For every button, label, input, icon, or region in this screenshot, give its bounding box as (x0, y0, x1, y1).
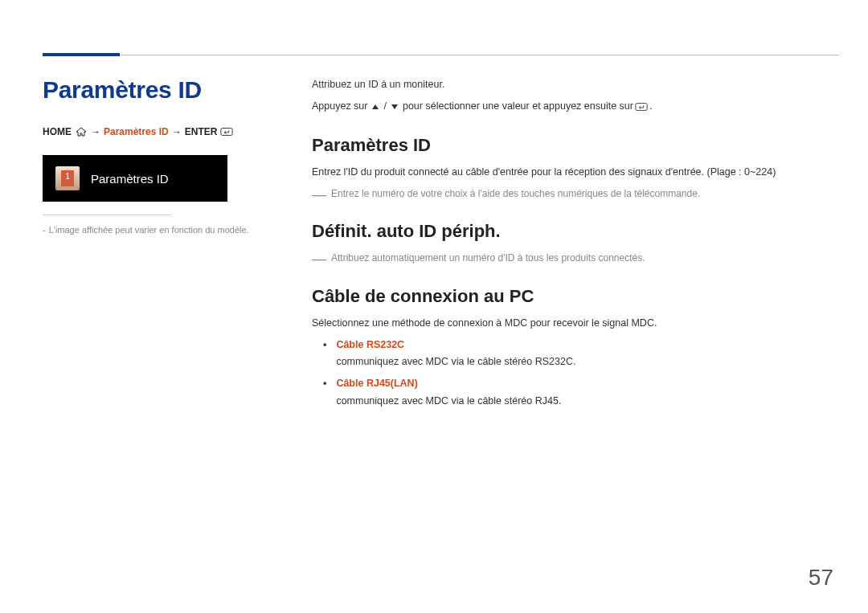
right-column: Attribuez un ID à un moniteur. Appuyez s… (312, 76, 839, 415)
menu-card: Paramètres ID (43, 155, 227, 202)
section1-note-text: Entrez le numéro de votre choix à l'aide… (331, 186, 700, 202)
intro2-pre: Appuyez sur (312, 98, 367, 115)
bullet-item: • Câble RS232C communiquez avec MDC via … (312, 337, 823, 371)
home-icon (75, 127, 88, 137)
bullet-dot-icon: • (323, 337, 326, 371)
section3-text: Sélectionnez une méthode de connexion à … (312, 315, 823, 332)
bullet-title-rs232c: Câble RS232C (336, 337, 575, 353)
section2-note-text: Attribuez automatiquement un numéro d'ID… (331, 250, 645, 266)
section-heading-parametres-id: Paramètres ID (312, 135, 823, 156)
breadcrumb: HOME → Paramètres ID → ENTER (43, 126, 312, 137)
dash-icon: ― (312, 251, 326, 266)
up-triangle-icon (369, 102, 382, 112)
page-title: Paramètres ID (43, 76, 312, 104)
bullet-dot-icon: • (323, 375, 326, 410)
bullet-desc-rs232c: communiquez avec MDC via le câble stéréo… (336, 356, 575, 367)
divider (43, 215, 171, 215)
intro-line-1: Attribuez un ID à un moniteur. (312, 76, 823, 93)
breadcrumb-path: Paramètres ID (104, 126, 169, 137)
menu-card-label: Paramètres ID (91, 172, 169, 186)
breadcrumb-home: HOME (43, 126, 72, 137)
bullet-item: • Câble RJ45(LAN) communiquez avec MDC v… (312, 375, 823, 410)
arrow-icon: → (172, 126, 182, 137)
dash-icon: ― (312, 187, 326, 202)
svg-rect-1 (636, 103, 647, 110)
down-triangle-icon (388, 102, 401, 112)
bullet-desc-rj45: communiquez avec MDC via le câble stéréo… (336, 395, 561, 407)
accent-bar (43, 53, 120, 56)
intro-line-2: Appuyez sur / pour sélectionner une vale… (312, 98, 823, 115)
period: . (649, 98, 652, 115)
id-tag-icon (55, 166, 80, 190)
bullet-title-rj45: Câble RJ45(LAN) (336, 375, 561, 392)
section1-note: ― Entrez le numéro de votre choix à l'ai… (312, 186, 823, 202)
top-rule (43, 55, 839, 55)
left-column: Paramètres ID HOME → Paramètres ID → ENT… (43, 76, 312, 415)
breadcrumb-enter: ENTER (185, 126, 218, 137)
footnote: -L'image affichée peut varier en fonctio… (43, 223, 312, 238)
enter-icon (220, 127, 233, 137)
enter-icon (635, 102, 648, 112)
section-heading-definit-auto: Définit. auto ID périph. (312, 221, 823, 242)
section1-text: Entrez l'ID du produit connecté au câble… (312, 164, 823, 181)
page-number: 57 (809, 565, 833, 591)
svg-rect-0 (221, 129, 232, 136)
section-heading-cable-connexion: Câble de connexion au PC (312, 286, 823, 307)
page-content: Paramètres ID HOME → Paramètres ID → ENT… (43, 76, 839, 415)
footnote-text: L'image affichée peut varier en fonction… (49, 225, 249, 235)
intro2-post: pour sélectionner une valeur et appuyez … (403, 98, 633, 115)
arrow-icon: → (91, 126, 100, 137)
slash: / (383, 98, 386, 115)
section2-note: ― Attribuez automatiquement un numéro d'… (312, 250, 823, 266)
